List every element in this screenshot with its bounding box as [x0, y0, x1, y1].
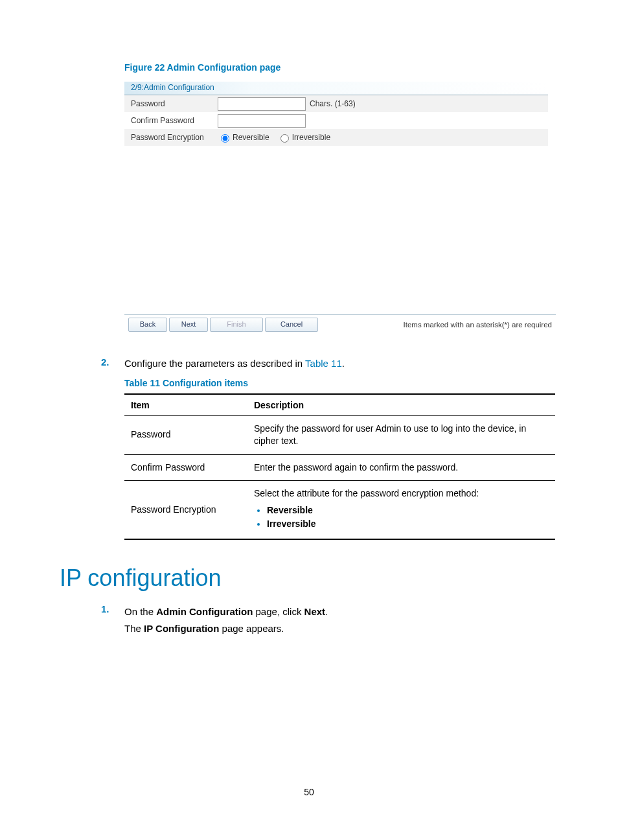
irreversible-radio[interactable] [280, 134, 289, 143]
encryption-intro: Select the attribute for the password en… [254, 488, 479, 498]
ip-step-1-number: 1. [101, 603, 124, 636]
row-password: Password Chars. (1-63) [124, 95, 548, 112]
bold-admin-config: Admin Configuration [156, 606, 253, 617]
t: page appears. [219, 623, 284, 634]
cell-desc: Enter the password again to confirm the … [247, 454, 555, 481]
panel-footer: Back Next Finish Cancel Items marked wit… [124, 314, 556, 334]
confirm-password-input[interactable] [218, 114, 306, 128]
cell-desc: Specify the password for user Admin to u… [247, 415, 555, 454]
t: On the [124, 606, 156, 617]
bold-next: Next [304, 606, 326, 617]
page-number: 50 [0, 787, 618, 797]
finish-button[interactable]: Finish [210, 318, 263, 332]
row-confirm-password: Confirm Password [124, 112, 548, 129]
table-11-link[interactable]: Table 11 [305, 358, 342, 369]
step-2-after: . [342, 358, 345, 369]
row-password-encryption: Password Encryption Reversible Irreversi… [124, 129, 548, 146]
config-items-table: Item Description Password Specify the pa… [124, 393, 555, 541]
password-input[interactable] [218, 97, 306, 111]
required-note: Items marked with an asterisk(*) are req… [404, 321, 552, 329]
th-description: Description [247, 394, 555, 416]
table-row: Password Encryption Select the attribute… [124, 481, 555, 539]
password-label: Password [124, 97, 215, 111]
cancel-button[interactable]: Cancel [265, 318, 318, 332]
bold-ip-config: IP Configuration [144, 623, 219, 634]
cell-item: Password Encryption [124, 481, 247, 539]
next-button[interactable]: Next [169, 318, 208, 332]
step-2-text: Configure the parameters as described in… [124, 356, 558, 371]
bullet-irreversible: Irreversible [267, 518, 549, 531]
panel-spacer [60, 146, 558, 314]
table-row: Password Specify the password for user A… [124, 415, 555, 454]
ip-step-1-body: On the Admin Configuration page, click N… [124, 603, 558, 636]
cell-item: Confirm Password [124, 454, 247, 481]
t: page, click [253, 606, 304, 617]
figure-caption: Figure 22 Admin Configuration page [124, 62, 558, 73]
reversible-radio-label: Reversible [233, 133, 269, 142]
cell-item: Password [124, 415, 247, 454]
table-caption: Table 11 Configuration items [124, 378, 558, 388]
t: . [325, 606, 328, 617]
table-row: Confirm Password Enter the password agai… [124, 454, 555, 481]
irreversible-radio-label: Irreversible [292, 133, 330, 142]
confirm-password-label: Confirm Password [124, 113, 215, 128]
back-button[interactable]: Back [128, 318, 167, 332]
th-item: Item [124, 394, 247, 416]
password-hint: Chars. (1-63) [310, 99, 356, 108]
step-2-before: Configure the parameters as described in [124, 358, 305, 369]
admin-config-panel: 2/9:Admin Configuration Password Chars. … [124, 82, 548, 146]
step-2-number: 2. [101, 356, 124, 371]
encryption-label: Password Encryption [124, 130, 215, 145]
panel-header: 2/9:Admin Configuration [124, 82, 548, 95]
reversible-radio[interactable] [221, 134, 229, 143]
t: The [124, 623, 144, 634]
cell-desc: Select the attribute for the password en… [247, 481, 555, 539]
ip-configuration-heading: IP configuration [60, 565, 558, 592]
bullet-reversible: Reversible [267, 504, 549, 517]
